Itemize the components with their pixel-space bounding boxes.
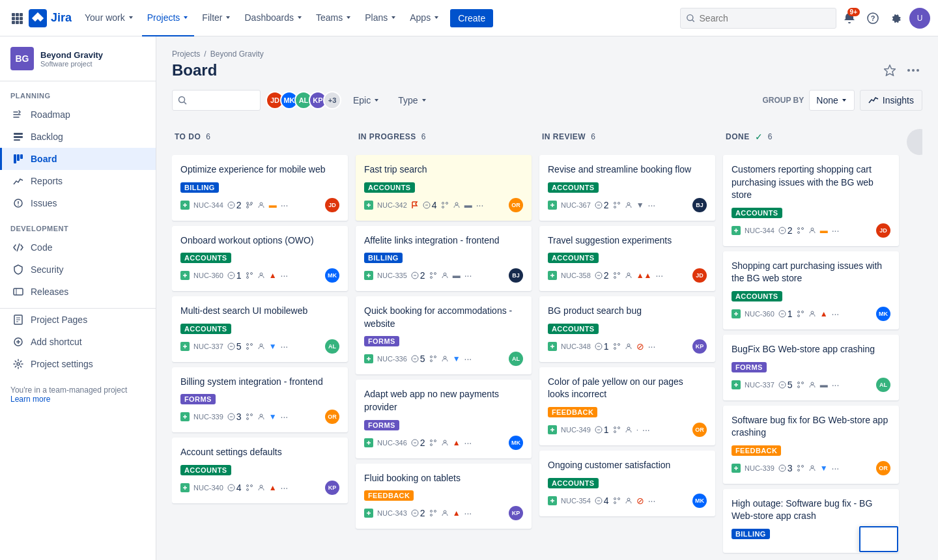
more-icon[interactable]: ··· <box>281 270 289 281</box>
sidebar-item-reports[interactable]: Reports <box>0 170 156 192</box>
insights-button[interactable]: Insights <box>860 90 922 111</box>
sidebar-item-releases[interactable]: Releases <box>0 281 156 303</box>
type-dropdown[interactable]: Type <box>391 90 433 111</box>
more-options-button[interactable] <box>904 61 922 79</box>
more-icon[interactable]: ··· <box>464 508 472 518</box>
done-card-c17[interactable]: Shopping cart purchasing issues with the… <box>723 251 899 329</box>
sidebar-item-add-shortcut[interactable]: Add shortcut <box>0 331 156 353</box>
more-icon[interactable]: ··· <box>642 425 650 435</box>
grid-menu-icon[interactable] <box>8 9 26 27</box>
more-icon[interactable]: ··· <box>281 412 289 422</box>
sidebar-item-roadmap[interactable]: Roadmap <box>0 104 156 126</box>
more-icon[interactable]: ··· <box>281 483 289 493</box>
nav-your-work[interactable]: Your work <box>79 0 139 36</box>
column-inreview-header: IN REVIEW 6 <box>539 124 715 150</box>
svg-rect-6 <box>12 21 15 24</box>
card-count: 4 <box>595 496 609 506</box>
more-icon[interactable]: ··· <box>648 496 656 506</box>
svg-point-36 <box>912 69 915 72</box>
more-icon[interactable]: ··· <box>281 200 289 210</box>
card-nuc335[interactable]: Affelite links integration - frontend BI… <box>356 226 532 292</box>
card-nuc346[interactable]: Adapt web app no new payments provider F… <box>356 380 532 458</box>
add-column-button[interactable] <box>907 129 922 155</box>
more-icon[interactable]: ··· <box>832 380 840 390</box>
project-header[interactable]: BG Beyond Gravity Software project <box>0 36 156 81</box>
sidebar-item-project-pages[interactable]: Project Pages <box>0 309 156 331</box>
user-avatar[interactable]: U <box>909 8 930 29</box>
nav-filter[interactable]: Filter <box>197 0 236 36</box>
help-button[interactable]: ? <box>862 8 883 29</box>
more-icon[interactable]: ··· <box>648 200 656 210</box>
more-icon[interactable]: ··· <box>464 270 472 281</box>
avatar-more[interactable]: +3 <box>323 91 341 109</box>
more-icon[interactable]: ··· <box>476 200 484 210</box>
sidebar-item-code[interactable]: Code <box>0 236 156 259</box>
more-icon[interactable]: ··· <box>832 463 840 473</box>
sidebar-item-backlog[interactable]: Backlog <box>0 126 156 148</box>
card-nuc349[interactable]: Color of pale yellow on our pages looks … <box>539 367 715 445</box>
reports-icon <box>12 175 24 187</box>
card-nuc344[interactable]: Optimize experience for mobile web BILLI… <box>172 155 348 221</box>
svg-point-120 <box>614 427 616 428</box>
sidebar-item-project-settings[interactable]: Project settings <box>0 353 156 375</box>
main-content: Projects / Beyond Gravity Board <box>156 36 938 560</box>
card-nuc343[interactable]: Fluid booking on tablets FEEDBACK NUC-34… <box>356 464 532 529</box>
card-nuc348[interactable]: BG product search bug ACCOUNTS NUC-348 1… <box>539 296 715 362</box>
column-done-add[interactable] <box>881 129 896 145</box>
create-button[interactable]: Create <box>450 9 493 27</box>
nav-teams[interactable]: Teams <box>311 0 357 36</box>
column-inprogress-add[interactable] <box>513 129 529 145</box>
card-nuc339[interactable]: Billing system integration - frontend FO… <box>172 367 348 433</box>
svg-rect-14 <box>14 133 23 135</box>
notifications-button[interactable]: 9+ <box>839 8 860 29</box>
card-nuc367[interactable]: Revise and streamline booking flow ACCOU… <box>539 155 715 221</box>
more-icon[interactable]: ··· <box>832 225 840 236</box>
sidebar-bottom: Project Pages Add shortcut Project setti… <box>0 308 156 375</box>
nav-plans[interactable]: Plans <box>360 0 402 36</box>
nav-apps[interactable]: Apps <box>405 0 445 36</box>
column-inreview-add[interactable] <box>697 129 713 145</box>
column-todo-add[interactable] <box>330 129 345 145</box>
breadcrumb-project[interactable]: Beyond Gravity <box>210 49 264 59</box>
done-card-c16[interactable]: Customers reporting shopping cart purcha… <box>723 155 899 246</box>
nav-dashboards[interactable]: Dashboards <box>239 0 308 36</box>
search-bar[interactable] <box>680 8 836 29</box>
more-icon[interactable]: ··· <box>832 309 840 319</box>
breadcrumb: Projects / Beyond Gravity <box>172 49 922 59</box>
more-icon[interactable]: ··· <box>655 270 663 281</box>
more-icon[interactable]: ··· <box>281 341 289 352</box>
card-nuc336[interactable]: Quick booking for accommodations - websi… <box>356 296 532 374</box>
done-card-c20[interactable]: High outage: Software bug fix - BG Web-s… <box>723 489 899 553</box>
card-nuc342[interactable]: Fast trip search ACCOUNTS NUC-342 4 ▬ ··… <box>356 155 532 221</box>
done-card-c19[interactable]: Software bug fix for BG Web-store app cr… <box>723 406 899 484</box>
more-icon[interactable]: ··· <box>648 341 656 352</box>
search-input[interactable] <box>700 13 831 23</box>
card-nuc337[interactable]: Multi-dest search UI mobileweb ACCOUNTS … <box>172 296 348 362</box>
done-card-c18[interactable]: BugFix BG Web-store app crashing FORMS N… <box>723 335 899 400</box>
card-nuc360[interactable]: Onboard workout options (OWO) ACCOUNTS N… <box>172 226 348 292</box>
star-button[interactable] <box>881 61 899 79</box>
edit-overlay[interactable] <box>859 526 898 552</box>
board-search-input[interactable] <box>190 95 255 105</box>
issue-icon <box>364 509 373 518</box>
more-icon[interactable]: ··· <box>464 438 472 448</box>
card-nuc358[interactable]: Travel suggestion experiments ACCOUNTS N… <box>539 226 715 292</box>
svg-point-56 <box>246 347 248 349</box>
group-by-select[interactable]: None <box>809 90 854 111</box>
sidebar-item-board[interactable]: Board <box>0 148 156 170</box>
learn-more-link[interactable]: Learn more <box>10 395 50 404</box>
card-nuc340[interactable]: Account settings defaults ACCOUNTS NUC-3… <box>172 438 348 503</box>
card-nuc354[interactable]: Ongoing customer satisfaction ACCOUNTS N… <box>539 451 715 516</box>
column-inprogress-title: IN PROGRESS <box>358 132 416 141</box>
more-icon[interactable]: ··· <box>464 354 472 364</box>
issues-icon <box>12 197 24 209</box>
breadcrumb-projects[interactable]: Projects <box>172 49 200 59</box>
epic-dropdown[interactable]: Epic <box>347 90 386 111</box>
svg-point-116 <box>614 347 616 349</box>
settings-button[interactable] <box>886 8 907 29</box>
sidebar-item-security[interactable]: Security <box>0 259 156 281</box>
sidebar-item-issues[interactable]: Issues <box>0 192 156 214</box>
jira-logo[interactable]: Jira <box>29 9 72 27</box>
nav-projects[interactable]: Projects <box>142 0 195 36</box>
board-search[interactable] <box>172 90 261 111</box>
